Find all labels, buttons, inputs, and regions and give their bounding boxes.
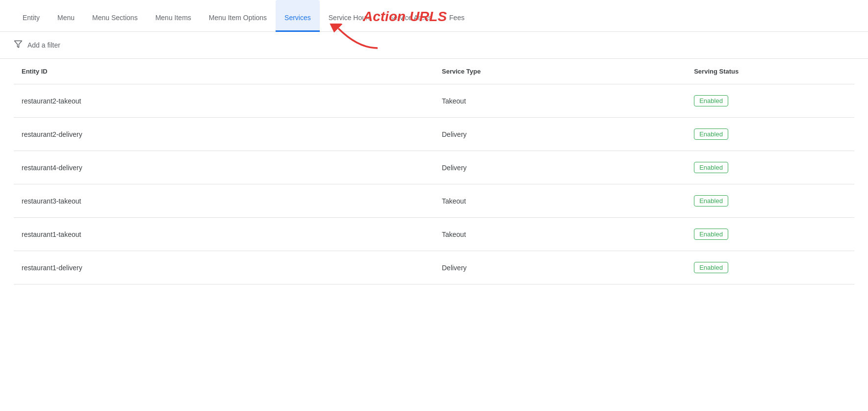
cell-entity-id: restaurant2-takeout — [14, 84, 434, 118]
cell-service-type: Takeout — [434, 218, 686, 251]
svg-marker-1 — [15, 41, 22, 48]
cell-service-type: Takeout — [434, 84, 686, 118]
table-row[interactable]: restaurant2-takeoutTakeoutEnabled — [14, 84, 854, 118]
status-badge: Enabled — [694, 262, 728, 273]
cell-entity-id: restaurant1-delivery — [14, 251, 434, 284]
table-row[interactable]: restaurant1-deliveryDeliveryEnabled — [14, 251, 854, 284]
nav-tabs: EntityMenuMenu SectionsMenu ItemsMenu It… — [0, 0, 868, 32]
cell-service-type: Delivery — [434, 251, 686, 284]
cell-service-type: Delivery — [434, 118, 686, 151]
col-header-entity-id: Entity ID — [14, 59, 434, 84]
table-row[interactable]: restaurant2-deliveryDeliveryEnabled — [14, 118, 854, 151]
filter-bar: Add a filter — [0, 32, 868, 59]
status-badge: Enabled — [694, 229, 728, 240]
table-row[interactable]: restaurant1-takeoutTakeoutEnabled — [14, 218, 854, 251]
cell-entity-id: restaurant4-delivery — [14, 151, 434, 184]
data-table: Entity IDService TypeServing Status rest… — [14, 59, 854, 284]
tab-menu[interactable]: Menu — [49, 0, 83, 32]
cell-entity-id: restaurant2-delivery — [14, 118, 434, 151]
table-row[interactable]: restaurant4-deliveryDeliveryEnabled — [14, 151, 854, 184]
table-row[interactable]: restaurant3-takeoutTakeoutEnabled — [14, 184, 854, 218]
table-header: Entity IDService TypeServing Status — [14, 59, 854, 84]
tab-menu-item-options[interactable]: Menu Item Options — [200, 0, 276, 32]
tab-menu-sections[interactable]: Menu Sections — [83, 0, 147, 32]
cell-serving-status: Enabled — [686, 251, 854, 284]
tab-services[interactable]: Services — [276, 0, 320, 32]
filter-placeholder[interactable]: Add a filter — [27, 41, 60, 49]
cell-serving-status: Enabled — [686, 184, 854, 218]
col-header-service-type: Service Type — [434, 59, 686, 84]
tab-menu-items[interactable]: Menu Items — [147, 0, 200, 32]
tab-service-hours[interactable]: Service Hours — [320, 0, 381, 32]
cell-serving-status: Enabled — [686, 84, 854, 118]
cell-serving-status: Enabled — [686, 151, 854, 184]
cell-service-type: Delivery — [434, 151, 686, 184]
tab-entity[interactable]: Entity — [14, 0, 49, 32]
cell-entity-id: restaurant3-takeout — [14, 184, 434, 218]
status-badge: Enabled — [694, 195, 728, 206]
cell-service-type: Takeout — [434, 184, 686, 218]
status-badge: Enabled — [694, 128, 728, 140]
status-badge: Enabled — [694, 95, 728, 106]
status-badge: Enabled — [694, 162, 728, 173]
tab-fees[interactable]: Fees — [440, 0, 473, 32]
table-body: restaurant2-takeoutTakeoutEnabledrestaur… — [14, 84, 854, 284]
col-header-serving-status: Serving Status — [686, 59, 854, 84]
cell-serving-status: Enabled — [686, 218, 854, 251]
table-container: Entity IDService TypeServing Status rest… — [0, 59, 868, 284]
filter-icon — [14, 40, 23, 51]
cell-serving-status: Enabled — [686, 118, 854, 151]
cell-entity-id: restaurant1-takeout — [14, 218, 434, 251]
header-row: Entity IDService TypeServing Status — [14, 59, 854, 84]
tab-service-areas[interactable]: Service Areas — [381, 0, 440, 32]
